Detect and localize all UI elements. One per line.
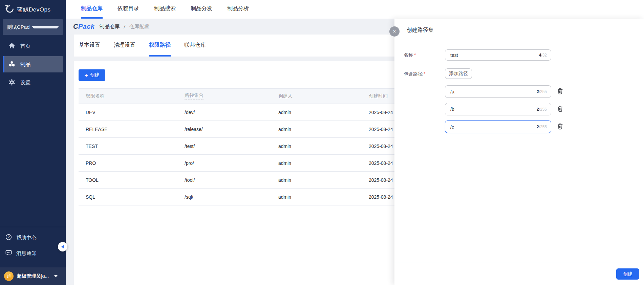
create-path-set-drawer: × 创建路径集 名称* test 4/32 包含路径* 添加路径: [394, 19, 644, 285]
repo-selector-label: 测试CPack仓库: [7, 24, 30, 30]
name-input[interactable]: test 4/32: [445, 49, 551, 61]
path-input-value: /c: [445, 124, 537, 130]
cell-creator: admin: [278, 160, 369, 166]
cell-path-set: /sql/: [185, 194, 278, 200]
add-path-button[interactable]: 添加路径: [445, 68, 472, 79]
plus-icon: +: [85, 72, 88, 78]
delete-path-button[interactable]: [557, 106, 563, 113]
top-nav-tab[interactable]: 制品仓库: [81, 0, 103, 19]
repo-config-tab-label: 清理设置: [114, 42, 135, 49]
repo-selector-dropdown[interactable]: 测试CPack仓库: [3, 19, 63, 35]
app-root: 蓝鲸DevOps 测试CPack仓库 首页: [0, 0, 644, 285]
cell-path-set: /tool/: [185, 177, 278, 183]
sidebar-item-home[interactable]: 首页: [3, 38, 63, 54]
chevron-down-icon: [32, 26, 59, 28]
top-nav-tab[interactable]: 依赖目录: [117, 0, 139, 19]
avatar: 超: [4, 271, 14, 281]
required-asterisk: *: [424, 71, 425, 76]
cell-creator: admin: [278, 177, 369, 183]
message-icon: [5, 249, 12, 257]
cell-permission-name: PRO: [86, 160, 185, 166]
path-input-row: /b 2/255: [445, 103, 563, 115]
top-nav-tab[interactable]: 制品分发: [191, 0, 212, 19]
cell-path-set: /dev/: [185, 110, 278, 115]
sidebar-item-label: 消息通知: [16, 250, 37, 257]
sidebar-item-label: 设置: [20, 80, 30, 86]
sidebar-bottom: ? 帮助中心 消息通知: [0, 227, 66, 261]
name-label: 名称*: [404, 49, 445, 61]
cell-path-set: /test/: [185, 144, 278, 149]
name-input-value: test: [445, 52, 539, 58]
artifact-icon: [8, 61, 15, 68]
sidebar-divider: [0, 227, 66, 227]
repo-config-tab[interactable]: 清理设置: [114, 35, 135, 57]
repo-config-tab-label: 联邦仓库: [184, 42, 206, 49]
path-input[interactable]: /a 2/255: [445, 85, 551, 98]
sidebar-menu: 首页 制品: [0, 35, 66, 91]
cell-permission-name: DEV: [86, 110, 185, 115]
top-nav-tab-label: 制品分发: [191, 5, 212, 12]
char-counter: 2/255: [537, 125, 551, 129]
collapse-left-icon: [61, 245, 64, 249]
top-nav-tab[interactable]: 制品分析: [227, 0, 249, 19]
sidebar-item-artifact[interactable]: 制品: [3, 56, 63, 72]
path-input[interactable]: /b 2/255: [445, 103, 551, 115]
cell-permission-name: TEST: [86, 144, 185, 149]
home-icon: [8, 42, 15, 50]
top-nav-tab-label: 依赖目录: [117, 5, 139, 12]
drawer-close-button[interactable]: ×: [389, 26, 400, 37]
sidebar-item-help-center[interactable]: ? 帮助中心: [0, 230, 66, 245]
user-name: 超级管理员[a...: [17, 273, 49, 279]
path-input-value: /b: [445, 107, 537, 112]
repo-config-tab[interactable]: 基本设置: [79, 35, 100, 57]
repo-config-tab-label: 权限路径: [149, 42, 171, 49]
char-counter: 2/255: [537, 89, 551, 94]
cell-creator: admin: [278, 194, 369, 200]
brand-logo[interactable]: 蓝鲸DevOps: [0, 0, 66, 19]
breadcrumb-repo-link[interactable]: 制品仓库: [100, 23, 120, 30]
include-paths-label: 包含路径*: [404, 68, 445, 138]
chevron-down-icon: [54, 275, 58, 277]
sidebar-item-notifications[interactable]: 消息通知: [0, 245, 66, 261]
cell-creator: admin: [278, 127, 369, 132]
sidebar-item-label: 帮助中心: [16, 235, 37, 241]
sidebar-item-label: 制品: [20, 61, 30, 68]
cell-creator: admin: [278, 144, 369, 149]
close-icon: ×: [393, 29, 396, 34]
trash-icon: [557, 123, 563, 131]
cell-creator: admin: [278, 110, 369, 115]
sidebar-collapse-button[interactable]: [58, 242, 67, 251]
sidebar-item-settings[interactable]: 设置: [3, 74, 63, 91]
repo-config-tab[interactable]: 联邦仓库: [184, 35, 206, 57]
cell-permission-name: SQL: [86, 194, 185, 200]
create-path-set-button[interactable]: + 创建: [79, 69, 105, 81]
svg-text:?: ?: [7, 235, 10, 239]
cell-path-set: /release/: [185, 127, 278, 132]
name-form-row: 名称* test 4/32: [404, 49, 630, 61]
cpack-product-logo: CPack: [73, 23, 95, 30]
required-asterisk: *: [414, 52, 416, 58]
col-creator: 创建人: [278, 93, 369, 99]
breadcrumb-current: 仓库配置: [129, 23, 150, 30]
top-nav-tab-label: 制品仓库: [81, 5, 103, 12]
path-input-value: /a: [445, 89, 537, 94]
top-nav-tab-label: 制品搜索: [154, 5, 176, 12]
cell-permission-name: RELEASE: [86, 127, 185, 132]
drawer-create-button[interactable]: 创建: [616, 268, 639, 280]
active-indicator-bar: [3, 56, 4, 72]
delete-path-button[interactable]: [557, 88, 563, 95]
sidebar-item-label: 首页: [20, 43, 30, 49]
repo-config-tab[interactable]: 权限路径: [149, 35, 171, 57]
char-counter: 2/255: [537, 107, 551, 112]
help-icon: ?: [5, 234, 12, 241]
drawer-header: 创建路径集: [394, 19, 644, 42]
delete-path-button[interactable]: [557, 123, 563, 131]
path-input-row: /c 2/255: [445, 120, 563, 133]
top-nav-tab[interactable]: 制品搜索: [154, 0, 176, 19]
top-nav-tab-label: 制品分析: [227, 5, 249, 12]
col-path-set: 路径集合: [185, 92, 278, 100]
drawer-title: 创建路径集: [407, 27, 434, 34]
user-menu[interactable]: 超 超级管理员[a...: [0, 267, 66, 285]
top-nav: 制品仓库 依赖目录 制品搜索 制品分发 制品分析: [66, 0, 644, 19]
path-input[interactable]: /c 2/255: [445, 120, 551, 133]
